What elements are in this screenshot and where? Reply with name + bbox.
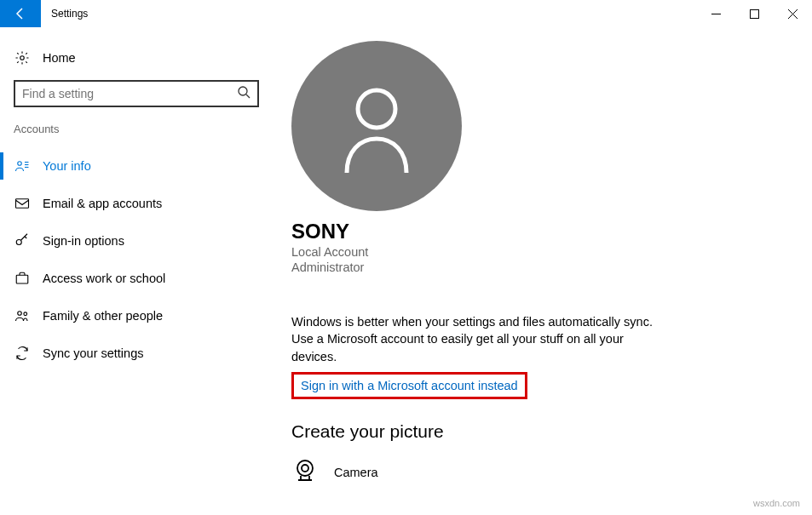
- admin-label: Administrator: [291, 260, 795, 274]
- sidebar-item-label: Sync your settings: [43, 346, 143, 360]
- svg-point-18: [302, 465, 308, 472]
- sidebar-item-family[interactable]: Family & other people: [0, 297, 264, 335]
- watermark: wsxdn.com: [753, 498, 800, 508]
- minimize-icon: [711, 9, 721, 19]
- search-input[interactable]: [22, 87, 237, 100]
- sidebar-item-work-school[interactable]: Access work or school: [0, 260, 264, 297]
- sync-icon: [14, 346, 31, 361]
- key-icon: [14, 233, 31, 249]
- search-icon: [237, 85, 251, 102]
- svg-point-4: [20, 56, 25, 60]
- sidebar: Home Accounts Your info Email & app acco…: [0, 41, 264, 372]
- sidebar-item-sync[interactable]: Sync your settings: [0, 335, 264, 372]
- svg-point-12: [16, 240, 21, 245]
- maximize-button[interactable]: [735, 0, 774, 27]
- svg-line-6: [246, 94, 250, 98]
- sidebar-item-label: Email & app accounts: [43, 197, 162, 210]
- gear-icon: [14, 50, 31, 66]
- search-box[interactable]: [14, 80, 259, 107]
- section-header: Accounts: [14, 123, 264, 135]
- window-controls: [697, 0, 812, 27]
- camera-label: Camera: [334, 466, 378, 479]
- ms-link-highlight: Sign in with a Microsoft account instead: [291, 372, 527, 399]
- sidebar-item-label: Access work or school: [43, 272, 165, 285]
- close-button[interactable]: [774, 0, 812, 27]
- sidebar-item-label: Sign-in options: [43, 234, 124, 248]
- svg-rect-1: [751, 9, 759, 18]
- home-button[interactable]: Home: [14, 41, 264, 75]
- briefcase-icon: [14, 271, 31, 286]
- svg-point-7: [18, 162, 22, 166]
- account-type: Local Account: [291, 245, 795, 259]
- nav-list: Your info Email & app accounts Sign-in o…: [14, 147, 264, 372]
- svg-point-14: [18, 312, 22, 316]
- close-icon: [788, 9, 798, 19]
- back-button[interactable]: [0, 0, 41, 27]
- svg-rect-11: [16, 199, 29, 209]
- main-content: SONY Local Account Administrator Windows…: [291, 41, 795, 488]
- svg-point-17: [297, 461, 313, 476]
- back-arrow-icon: [14, 7, 27, 20]
- svg-point-15: [24, 312, 27, 316]
- svg-point-5: [239, 87, 247, 95]
- sidebar-item-email[interactable]: Email & app accounts: [0, 185, 264, 222]
- sidebar-item-signin[interactable]: Sign-in options: [0, 222, 264, 260]
- camera-icon: [291, 457, 319, 488]
- sidebar-item-label: Family & other people: [43, 309, 163, 323]
- sync-description: Windows is better when your settings and…: [291, 313, 658, 365]
- avatar: [291, 41, 462, 211]
- sign-in-microsoft-link[interactable]: Sign in with a Microsoft account instead: [301, 379, 518, 392]
- email-icon: [14, 196, 31, 211]
- home-label: Home: [43, 51, 76, 65]
- people-icon: [14, 308, 31, 323]
- titlebar: Settings: [0, 0, 812, 27]
- person-icon: [334, 79, 419, 173]
- camera-button[interactable]: Camera: [291, 457, 795, 488]
- create-picture-title: Create your picture: [291, 421, 795, 442]
- minimize-button[interactable]: [697, 0, 735, 27]
- person-card-icon: [14, 158, 31, 174]
- svg-point-16: [358, 90, 395, 128]
- svg-rect-13: [16, 275, 28, 283]
- sidebar-item-your-info[interactable]: Your info: [0, 147, 264, 185]
- window-title: Settings: [51, 8, 88, 20]
- username: SONY: [291, 220, 795, 243]
- sidebar-item-label: Your info: [43, 159, 91, 173]
- maximize-icon: [750, 9, 759, 19]
